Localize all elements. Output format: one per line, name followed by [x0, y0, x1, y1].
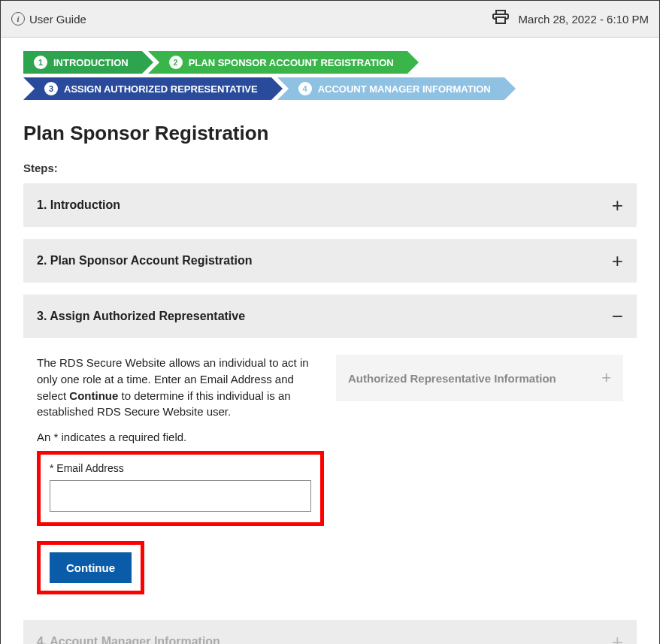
breadcrumb-label: ASSIGN AUTHORIZED REPRESENTATIVE: [64, 83, 258, 95]
breadcrumb-num: 4: [298, 82, 312, 95]
email-input[interactable]: [50, 480, 311, 512]
breadcrumb-label: ACCOUNT MANAGER INFORMATION: [318, 83, 491, 95]
accordion-plan-sponsor[interactable]: 2. Plan Sponsor Account Registration +: [23, 239, 637, 283]
body-right: Authorized Representative Information +: [336, 355, 623, 594]
main-content: 1 INTRODUCTION 2 PLAN SPONSOR ACCOUNT RE…: [1, 38, 659, 644]
app-header: i User Guide March 28, 2022 - 6:10 PM: [1, 1, 659, 38]
required-note: An * indicates a required field.: [37, 431, 324, 443]
breadcrumb-label: PLAN SPONSOR ACCOUNT REGISTRATION: [189, 57, 394, 68]
minus-icon: −: [612, 307, 623, 326]
accordion-title: 3. Assign Authorized Representative: [37, 310, 245, 323]
breadcrumb-step-1[interactable]: 1 INTRODUCTION: [23, 51, 142, 74]
svg-rect-1: [496, 17, 505, 23]
accordion-title: 4. Account Manager Information: [37, 635, 220, 644]
print-icon[interactable]: [492, 8, 510, 29]
breadcrumb-step-3[interactable]: 3 ASSIGN AUTHORIZED REPRESENTATIVE: [23, 77, 271, 100]
breadcrumb-wizard: 1 INTRODUCTION 2 PLAN SPONSOR ACCOUNT RE…: [23, 51, 637, 104]
para-bold: Continue: [69, 389, 118, 402]
accordion-assign-rep[interactable]: 3. Assign Authorized Representative −: [23, 295, 637, 338]
breadcrumb-step-2[interactable]: 2 PLAN SPONSOR ACCOUNT REGISTRATION: [148, 51, 407, 74]
breadcrumb-step-4[interactable]: 4 ACCOUNT MANAGER INFORMATION: [277, 77, 504, 100]
email-highlight: * Email Address: [37, 451, 324, 526]
info-panel-title: Authorized Representative Information: [348, 372, 556, 385]
breadcrumb-num: 2: [169, 56, 183, 69]
info-icon: i: [11, 12, 25, 26]
plus-icon: +: [612, 632, 623, 644]
info-panel[interactable]: Authorized Representative Information +: [336, 355, 623, 401]
header-left: i User Guide: [11, 12, 86, 26]
accordion-title: 2. Plan Sponsor Account Registration: [37, 254, 253, 268]
accordion-introduction[interactable]: 1. Introduction +: [23, 183, 637, 227]
email-label: * Email Address: [50, 462, 311, 474]
breadcrumb-num: 3: [44, 82, 58, 95]
steps-label: Steps:: [23, 162, 637, 174]
plus-icon: +: [612, 251, 623, 271]
continue-highlight: Continue: [37, 541, 144, 594]
header-title: User Guide: [29, 13, 86, 26]
accordion-title: 1. Introduction: [37, 198, 120, 212]
header-right: March 28, 2022 - 6:10 PM: [492, 8, 649, 29]
timestamp: March 28, 2022 - 6:10 PM: [519, 13, 649, 26]
accordion-account-manager: 4. Account Manager Information +: [23, 620, 637, 644]
accordion-body: The RDS Secure Website allows an individ…: [23, 350, 637, 608]
intro-paragraph: The RDS Secure Website allows an individ…: [37, 355, 324, 420]
continue-button[interactable]: Continue: [50, 552, 132, 583]
breadcrumb-num: 1: [34, 56, 47, 69]
page-title: Plan Sponsor Registration: [23, 122, 637, 145]
body-left: The RDS Secure Website allows an individ…: [37, 355, 324, 594]
plus-icon: +: [601, 368, 611, 388]
breadcrumb-label: INTRODUCTION: [53, 57, 129, 68]
plus-icon: +: [612, 195, 623, 215]
